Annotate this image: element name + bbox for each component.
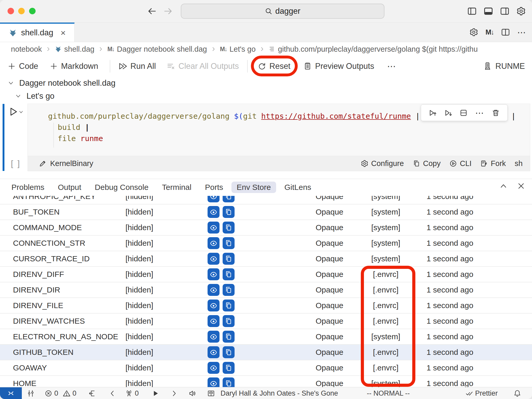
maximize-panel-chevron-icon[interactable] bbox=[499, 182, 508, 190]
toggle-panel-icon[interactable] bbox=[484, 6, 493, 16]
cell-more-actions-icon[interactable]: ⋯ bbox=[475, 108, 484, 118]
reveal-value-button[interactable] bbox=[208, 346, 220, 358]
tune-sliders-icon[interactable] bbox=[27, 387, 35, 399]
code-line-1[interactable]: github.com/purpleclay/daggerverse/golang… bbox=[48, 112, 424, 121]
reveal-value-button[interactable] bbox=[208, 206, 220, 218]
env-table-row[interactable]: COMMAND_MODE [hidden] Opaque [system] 1 … bbox=[0, 220, 532, 236]
open-markdown-preview-icon[interactable]: M↓ bbox=[486, 28, 494, 36]
notebook-title-row[interactable]: Dagger notebook shell.dag bbox=[8, 77, 116, 89]
clear-all-outputs-button[interactable]: Clear All Outputs bbox=[167, 56, 239, 76]
breadcrumb-item-notebook-title[interactable]: M↓ Dagger notebook shell.dag bbox=[107, 45, 207, 54]
reveal-value-button[interactable] bbox=[208, 315, 220, 327]
more-actions-icon[interactable]: ⋯ bbox=[517, 27, 526, 37]
preview-outputs-button[interactable]: Preview Outputs bbox=[303, 56, 374, 76]
env-table-row[interactable]: GITHUB_TOKEN [hidden] Opaque [.envrc] 1 … bbox=[0, 345, 532, 360]
tab-shell-dag[interactable]: shell.dag × bbox=[0, 23, 75, 42]
env-table-row[interactable]: DIRENV_DIFF [hidden] Opaque [.envrc] 1 s… bbox=[0, 267, 532, 282]
settings-gear-icon[interactable] bbox=[516, 6, 526, 16]
reveal-value-button[interactable] bbox=[208, 237, 220, 249]
copy-value-button[interactable] bbox=[223, 331, 235, 343]
navigate-forward-button[interactable] bbox=[163, 6, 173, 16]
reveal-value-button[interactable] bbox=[208, 377, 220, 387]
reveal-value-button[interactable] bbox=[208, 284, 220, 296]
add-code-cell-button[interactable]: Code bbox=[8, 56, 38, 76]
code-line-2[interactable]: build | bbox=[58, 123, 89, 132]
code-line-3[interactable]: file runme bbox=[58, 134, 103, 143]
panel-tab-ports[interactable]: Ports bbox=[205, 182, 223, 193]
runme-button[interactable]: RUNME bbox=[483, 56, 525, 76]
breadcrumb-item-cell[interactable]: github.com/purpleclay/daggerverse/golang… bbox=[269, 45, 478, 54]
env-table-row[interactable]: GOAWAY [hidden] Opaque [.envrc] 1 second… bbox=[0, 360, 532, 376]
notifications-bell-icon[interactable] bbox=[514, 387, 521, 399]
copy-button[interactable]: Copy bbox=[413, 159, 441, 168]
copy-value-button[interactable] bbox=[223, 196, 235, 202]
copy-value-button[interactable] bbox=[223, 362, 235, 374]
speaker-icon[interactable] bbox=[189, 387, 196, 399]
cli-button[interactable]: CLI bbox=[449, 159, 471, 168]
chevron-down-icon[interactable] bbox=[8, 80, 14, 86]
panel-tab-terminal[interactable]: Terminal bbox=[162, 182, 191, 193]
toggle-primary-sidebar-icon[interactable] bbox=[467, 6, 477, 16]
copy-value-button[interactable] bbox=[223, 237, 235, 249]
copy-value-button[interactable] bbox=[223, 300, 235, 311]
copy-value-button[interactable] bbox=[223, 253, 235, 265]
reveal-value-button[interactable] bbox=[208, 196, 220, 202]
copy-value-button[interactable] bbox=[223, 315, 235, 327]
panel-tab-problems[interactable]: Problems bbox=[11, 182, 44, 193]
reveal-value-button[interactable] bbox=[208, 268, 220, 280]
toolbar-more-icon[interactable]: ⋯ bbox=[387, 56, 396, 76]
chevron-right-icon[interactable] bbox=[170, 387, 178, 399]
copy-value-button[interactable] bbox=[223, 206, 235, 218]
traffic-light-maximize-button[interactable] bbox=[29, 8, 36, 14]
section-heading-row[interactable]: Let's go bbox=[15, 90, 55, 102]
split-editor-icon[interactable] bbox=[501, 28, 510, 37]
reveal-value-button[interactable] bbox=[208, 253, 220, 265]
panel-tab-output[interactable]: Output bbox=[58, 182, 81, 193]
execute-below-icon[interactable] bbox=[444, 109, 452, 117]
toggle-secondary-sidebar-icon[interactable] bbox=[500, 6, 509, 16]
reveal-value-button[interactable] bbox=[208, 362, 220, 374]
env-table-row[interactable]: BUF_TOKEN [hidden] Opaque [system] 1 sec… bbox=[0, 204, 532, 220]
env-table-row[interactable]: DIRENV_WATCHES [hidden] Opaque [.envrc] … bbox=[0, 314, 532, 329]
split-cell-icon[interactable] bbox=[460, 109, 468, 117]
panel-tab-gitlens[interactable]: GitLens bbox=[284, 182, 311, 193]
reveal-value-button[interactable] bbox=[208, 300, 220, 311]
run-cell-button[interactable] bbox=[8, 107, 24, 117]
chevron-left-icon[interactable] bbox=[109, 387, 116, 399]
panel-tab-debug-console[interactable]: Debug Console bbox=[95, 182, 149, 193]
breadcrumb-item-section[interactable]: M↓ Let's go bbox=[220, 45, 256, 54]
env-table-row[interactable]: DIRENV_FILE [hidden] Opaque [.envrc] 1 s… bbox=[0, 298, 532, 314]
reveal-value-button[interactable] bbox=[208, 222, 220, 234]
env-table-row[interactable]: DIRENV_DIR [hidden] Opaque [.envrc] 1 se… bbox=[0, 282, 532, 298]
copy-value-button[interactable] bbox=[223, 284, 235, 296]
env-table-row[interactable]: CONNECTION_STR [hidden] Opaque [system] … bbox=[0, 236, 532, 251]
command-center-search[interactable]: dagger bbox=[181, 4, 384, 19]
play-icon[interactable] bbox=[152, 387, 159, 399]
copy-value-button[interactable] bbox=[223, 346, 235, 358]
execute-above-icon[interactable] bbox=[429, 109, 437, 117]
chevron-down-icon[interactable] bbox=[15, 93, 21, 99]
traffic-light-close-button[interactable] bbox=[8, 8, 14, 14]
reset-button[interactable]: Reset bbox=[258, 56, 290, 76]
copy-value-button[interactable] bbox=[223, 222, 235, 234]
breadcrumb-item-notebook[interactable]: notebook bbox=[11, 45, 42, 54]
copy-value-button[interactable] bbox=[223, 268, 235, 280]
delete-cell-icon[interactable] bbox=[492, 109, 500, 117]
exit-door-icon[interactable] bbox=[88, 387, 96, 399]
close-panel-icon[interactable] bbox=[517, 182, 525, 190]
add-markdown-cell-button[interactable]: Markdown bbox=[50, 56, 98, 76]
run-options-chevron-icon[interactable] bbox=[18, 107, 24, 115]
run-all-button[interactable]: Run All bbox=[118, 56, 156, 76]
fork-button[interactable]: Fork bbox=[480, 159, 506, 168]
traffic-light-minimize-button[interactable] bbox=[18, 8, 25, 14]
env-table-row[interactable]: CURSOR_TRACE_ID [hidden] Opaque [system]… bbox=[0, 251, 532, 267]
formatter-status[interactable]: Prettier bbox=[466, 387, 498, 399]
now-playing[interactable]: Daryl Hall & John Oates - She's Gone bbox=[207, 387, 338, 399]
breadcrumb-item-file[interactable]: shell.dag bbox=[55, 45, 94, 54]
vim-mode-indicator[interactable]: -- NORMAL -- bbox=[367, 387, 410, 399]
panel-tab-env-store[interactable]: Env Store bbox=[231, 182, 276, 193]
remote-indicator[interactable] bbox=[0, 387, 22, 399]
reveal-value-button[interactable] bbox=[208, 331, 220, 343]
env-table-row[interactable]: ELECTRON_RUN_AS_NODE [hidden] Opaque [sy… bbox=[0, 329, 532, 345]
tab-close-icon[interactable]: × bbox=[61, 28, 66, 37]
